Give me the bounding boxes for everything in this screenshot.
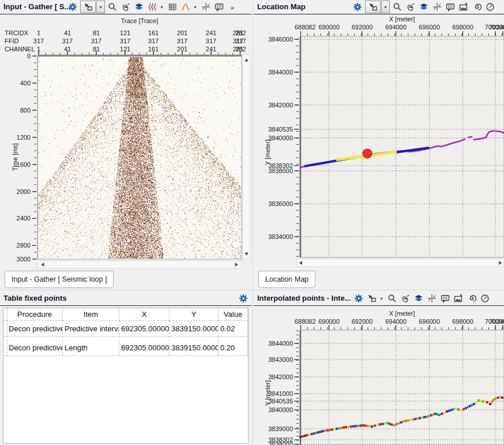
current-position-marker[interactable] [363, 149, 372, 158]
export-image-button[interactable] [453, 293, 464, 304]
mouse-icon [121, 2, 130, 12]
comment-button[interactable] [213, 1, 225, 13]
table-row[interactable]: Decon predictivePredictive interval69230… [3, 321, 248, 337]
interpolated-plot-area[interactable] [300, 330, 504, 445]
table-cell[interactable]: 692305.000000 [119, 340, 170, 356]
header-table-button[interactable] [167, 1, 178, 13]
y-axis-bound-label: 3838302 [268, 162, 293, 169]
table-settings-button[interactable] [238, 293, 249, 304]
gear-icon [354, 294, 363, 303]
x-axis-max-label: 702408 [489, 24, 504, 31]
display-mode-button[interactable] [146, 1, 158, 13]
select-mode-button-dropdown[interactable]: ▾ [381, 1, 390, 13]
location-map-plot-area[interactable] [300, 36, 504, 257]
display-mode-button-dropdown[interactable]: ▾ [159, 1, 165, 13]
settings-button[interactable] [353, 293, 364, 304]
gather-hscrollbar[interactable] [37, 261, 242, 268]
column-header[interactable]: Procedure [7, 308, 63, 321]
axis-tick-label: 3834000 [268, 233, 293, 240]
seismic-gather-image[interactable] [38, 57, 241, 259]
compass-icon [486, 2, 495, 12]
table-cell[interactable]: Decon predictive [7, 321, 63, 337]
table-row[interactable]: Decon predictiveLength692305.00000038391… [3, 340, 248, 356]
column-header[interactable]: Item [63, 308, 119, 321]
axis-tick-label: 317 [177, 38, 187, 44]
compass-icon [480, 294, 490, 303]
table-cell[interactable]: 3839150.000000 [170, 340, 219, 356]
spectrum-button-dropdown[interactable]: ▾ [192, 1, 198, 13]
table-cell[interactable]: 692305.000000 [119, 321, 170, 337]
axis-tick-label: 690000 [318, 24, 340, 31]
compass-button[interactable] [479, 293, 491, 304]
select-mode-button[interactable] [365, 1, 381, 13]
horizontal-splitter[interactable] [0, 290, 504, 290]
vertical-splitter[interactable] [253, 0, 253, 445]
table-cell[interactable]: 0.20 [219, 340, 248, 356]
tab-gather[interactable]: Input - Gather [ Seismic loop ] [5, 271, 114, 288]
export-image-button[interactable] [458, 1, 469, 13]
select-mode-button[interactable] [366, 293, 378, 304]
axis-tick-label: 317 [62, 38, 73, 44]
pick-button[interactable] [426, 293, 438, 304]
settings-button[interactable] [352, 1, 363, 13]
gather-vscrollbar[interactable] [243, 55, 250, 259]
gear-icon [68, 2, 77, 12]
axis-tick-label: 317 [206, 38, 216, 44]
comment-button[interactable] [445, 1, 456, 13]
axis-tick-label: 698000 [452, 24, 473, 31]
select-mode-button-dropdown[interactable]: ▾ [96, 1, 105, 13]
axis-tick-label: 800 [20, 107, 31, 114]
table-cell[interactable]: Length [63, 340, 119, 356]
axis-tick-label: 1 [37, 29, 40, 36]
x-axis-title: X [meter] [389, 16, 415, 23]
pan-button[interactable] [405, 1, 416, 13]
column-header[interactable]: X [119, 308, 170, 321]
gather-panel-title: Input - Gather [ S... [3, 2, 70, 11]
zoom-button[interactable] [386, 293, 398, 304]
pan-button[interactable] [120, 1, 131, 13]
layers-button[interactable] [133, 1, 145, 13]
gather-panel-header: Input - Gather [ S... ▾▾▾» [0, 0, 252, 14]
zoom-button[interactable] [392, 1, 403, 13]
table-cell[interactable]: 3839150.000000 [170, 321, 219, 337]
layers-icon [414, 294, 423, 303]
spiral-button[interactable] [471, 1, 483, 13]
more-tools-button[interactable]: » [227, 1, 238, 13]
tab-location-map[interactable]: Location Map [258, 271, 315, 288]
spectrum-icon [181, 2, 190, 12]
column-header[interactable]: Y [170, 308, 219, 321]
fixed-points-table: ProcedureItemXYValueDecon predictivePred… [3, 308, 249, 444]
axis-tick-label: 400 [20, 80, 31, 87]
pick-button[interactable] [431, 1, 443, 13]
gather-toolbar: ▾▾▾» [67, 1, 238, 13]
column-header[interactable]: Value [219, 308, 248, 321]
axis-tick-label: 317 [120, 38, 130, 44]
zoom-button[interactable] [107, 1, 118, 13]
trace-axis-title: Trace [Trace] [121, 17, 159, 24]
export-image-icon [459, 2, 468, 12]
axis-tick-label: 161 [148, 29, 159, 36]
location-map-toolbar: ▾ [352, 1, 496, 13]
axis-tick-label: 282 [235, 29, 246, 36]
table-cell[interactable]: Predictive interval [63, 321, 119, 337]
magnifier-icon [393, 2, 402, 12]
location-map-plot-panel: X [meter]6880826900006920006940006960006… [254, 14, 504, 290]
spectrum-button[interactable] [180, 1, 191, 13]
interpolated-toolbar: ▾ [353, 292, 491, 305]
axis-tick-label: 694000 [385, 318, 407, 325]
map-hscrollbar[interactable] [297, 259, 504, 267]
comment-button[interactable] [439, 293, 451, 304]
y-axis-bound-label: 3838302 [268, 436, 293, 443]
pan-button[interactable] [400, 293, 411, 304]
select-mode-button[interactable] [80, 1, 96, 13]
spiral-button[interactable] [466, 293, 477, 304]
layers-button[interactable] [418, 1, 430, 13]
compass-button[interactable] [484, 1, 496, 13]
table-cell[interactable]: 0.02 [219, 321, 248, 337]
select-mode-button-dropdown[interactable]: ▾ [378, 293, 385, 304]
table-cell[interactable]: Decon predictive [7, 340, 63, 356]
axis-tick-label: 688082 [295, 24, 316, 31]
settings-button[interactable] [67, 1, 78, 13]
pick-button[interactable] [200, 1, 212, 13]
layers-button[interactable] [413, 293, 424, 304]
